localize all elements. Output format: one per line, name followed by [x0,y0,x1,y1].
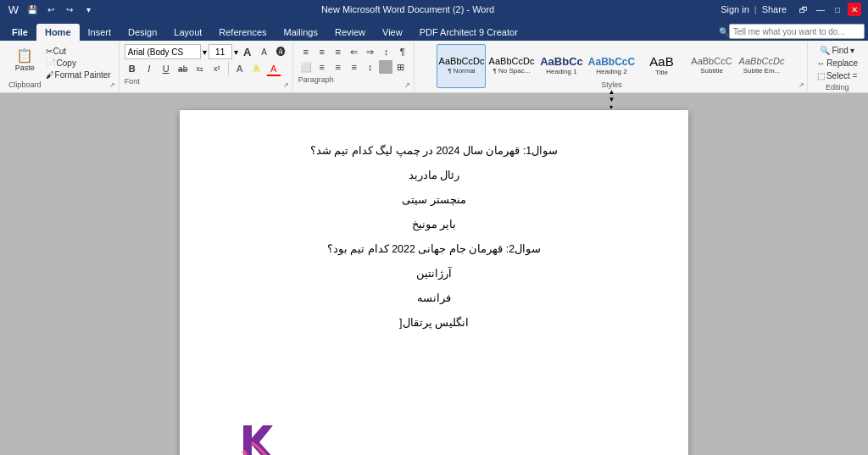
increase-indent-button[interactable]: ⇒ [363,44,378,59]
tab-home[interactable]: Home [36,24,80,41]
find-dropdown[interactable]: ▾ [850,46,854,55]
font-name-dropdown[interactable]: ▾ [203,47,207,57]
undo-qat-button[interactable]: ↩ [44,3,58,16]
show-marks-button[interactable]: ¶ [395,44,410,59]
justify-button[interactable]: ≡ [347,59,362,75]
window-close-button[interactable]: ✕ [848,3,861,16]
select-icon: ⬚ [817,71,825,80]
align-left-button[interactable]: ⬜ [298,59,314,75]
styles-scroll-down[interactable]: ▼ [605,96,617,103]
superscript-button[interactable]: x² [209,61,225,76]
font-clear-button[interactable]: 🅐 [274,44,289,59]
decrease-indent-button[interactable]: ⇐ [347,44,362,59]
paragraph-expander[interactable]: ↗ [403,80,412,89]
clipboard-expander[interactable]: ↗ [108,80,117,89]
tab-file[interactable]: File [3,24,36,41]
document-area: سوال1: قهرمان سال 2024 در چمپ لیگ کدام ت… [0,93,868,455]
titlebar-right: Sign in | Share 🗗 — □ ✕ [721,3,861,16]
font-shrink-button[interactable]: A [257,44,272,59]
strikethrough-button[interactable]: ab [175,61,191,76]
tab-mailings[interactable]: Mailings [275,24,326,41]
style-subtitle-label: Subtitle [700,67,723,75]
copy-button[interactable]: 📄 Copy [43,58,114,69]
window-minimize-button[interactable]: — [814,3,827,16]
format-painter-icon: 🖌 [46,70,54,80]
align-center-button[interactable]: ≡ [314,59,330,75]
style-normal-preview: AaBbCcDc [439,57,485,66]
subscript-button[interactable]: x₂ [192,61,208,76]
font-expander[interactable]: ↗ [282,80,291,89]
align-right-button[interactable]: ≡ [331,59,346,75]
style-heading1-preview: AaBbCc [540,56,583,67]
style-no-spacing[interactable]: AaBbCcDc ¶ No Spac... [487,44,536,88]
style-title[interactable]: AaB Title [637,44,686,88]
format-painter-button[interactable]: 🖌 Format Painter [43,69,114,80]
window-restore-button[interactable]: 🗗 [797,3,810,16]
sort-button[interactable]: ↕ [379,44,394,59]
line-2: رئال مادرید [409,169,459,181]
font-size-input[interactable] [209,44,232,59]
style-heading1[interactable]: AaBbCc Heading 1 [537,44,586,88]
save-qat-button[interactable]: 💾 [25,3,39,16]
replace-button[interactable]: ↔ Replace [813,57,861,69]
style-heading1-label: Heading 1 [546,68,576,76]
font-size-dropdown[interactable]: ▾ [234,47,238,57]
italic-button[interactable]: I [142,61,157,76]
font-name-input[interactable] [125,44,201,59]
paragraph-group: ≡ ≡ ≡ ⇐ ⇒ ↕ ¶ ⬜ ≡ ≡ ≡ ↕ ⊞ Paragraph ↗ [295,42,415,91]
styles-expander[interactable]: ↗ [797,80,805,89]
multilevel-button[interactable]: ≡ [331,44,346,59]
style-subtitle[interactable]: AaBbCcC Subtitle [687,44,736,88]
font-name-row: ▾ ▾ A A 🅐 [125,44,289,59]
window-maximize-button[interactable]: □ [831,3,844,16]
style-subtitle-preview: AaBbCcC [691,57,732,66]
tab-pdf[interactable]: PDF Architect 9 Creator [411,24,526,41]
find-button[interactable]: 🔍 Find ▾ [816,44,857,57]
line-spacing-button[interactable]: ↕ [363,59,378,75]
font-color-button[interactable]: A [266,61,281,76]
style-subtle-em-label: Subtle Em... [743,67,781,75]
line-7: فرانسه [417,291,451,304]
numbering-button[interactable]: ≡ [314,44,330,59]
styles-scroll-up[interactable]: ▲ [605,88,617,96]
customize-qat-button[interactable]: ▾ [81,3,95,16]
tab-view[interactable]: View [374,24,411,41]
bold-button[interactable]: B [125,61,140,76]
redo-qat-button[interactable]: ↪ [63,3,76,16]
underline-button[interactable]: U [159,61,174,76]
share-button[interactable]: Share [762,4,787,14]
title-bar-text: New Microsoft Word Document (2) - Word [95,4,721,14]
search-input[interactable] [729,24,865,39]
paste-button[interactable]: 📋 Paste [12,44,38,76]
line-1: سوال1: قهرمان سال 2024 در چمپ لیگ کدام ت… [310,144,559,157]
tab-layout[interactable]: Layout [165,24,210,41]
select-button[interactable]: ⬚ Select = [814,69,860,82]
bullets-button[interactable]: ≡ [298,44,314,59]
style-normal-label: ¶ Normal [448,67,475,75]
tab-insert[interactable]: Insert [80,24,120,41]
paragraph-group-label: Paragraph [298,75,334,84]
clipboard-group: 📋 Paste Clipboard ✂ Cut 📄 Copy 🖌 Format … [3,42,120,91]
line-4: بایر مونیخ [412,218,456,230]
find-icon: 🔍 [820,46,830,55]
cut-button[interactable]: ✂ Cut [43,46,114,57]
tab-design[interactable]: Design [120,24,165,41]
borders-button[interactable]: ⊞ [393,59,409,75]
paragraph-row2: ⬜ ≡ ≡ ≡ ↕ ⊞ [298,59,409,75]
logo-area [222,413,281,455]
replace-icon: ↔ [816,58,825,68]
paste-icon: 📋 [16,49,33,63]
text-effects-button[interactable]: A [232,61,248,76]
style-no-spacing-preview: AaBbCcDc [489,57,535,66]
font-grow-button[interactable]: A [240,44,255,59]
tab-references[interactable]: References [210,24,275,41]
document-page: سوال1: قهرمان سال 2024 در چمپ لیگ کدام ت… [180,110,688,455]
tab-review[interactable]: Review [326,24,374,41]
ribbon: 📋 Paste Clipboard ✂ Cut 📄 Copy 🖌 Format … [0,41,868,93]
signin-button[interactable]: Sign in [721,4,749,14]
highlight-button[interactable]: A [249,61,264,76]
cut-icon: ✂ [46,47,53,56]
style-subtle-em[interactable]: AaBbCcDc Subtle Em... [737,44,786,88]
style-normal[interactable]: AaBbCcDc ¶ Normal [437,44,486,88]
shading-button[interactable] [379,60,392,74]
